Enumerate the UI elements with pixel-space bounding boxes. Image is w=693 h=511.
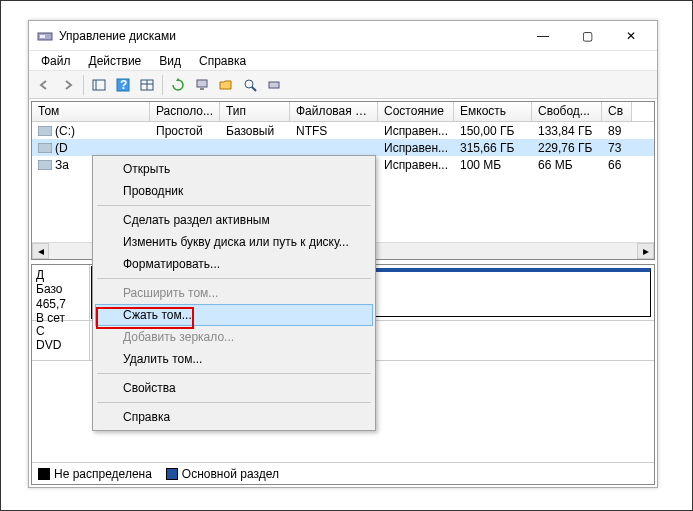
drive-icon	[38, 143, 52, 153]
menu-view[interactable]: Вид	[151, 52, 189, 70]
col-layout[interactable]: Располо...	[150, 102, 220, 121]
col-free[interactable]: Свобод...	[532, 102, 602, 121]
find-icon[interactable]	[239, 74, 261, 96]
svg-point-11	[245, 80, 253, 88]
computer-icon[interactable]	[191, 74, 213, 96]
disk-0-label: Д Базо 465,7 В сет	[32, 265, 90, 320]
cm-format[interactable]: Форматировать...	[95, 253, 373, 275]
dvd-label: C DVD	[32, 321, 90, 360]
svg-rect-2	[93, 80, 105, 90]
back-button[interactable]	[33, 74, 55, 96]
svg-text:?: ?	[120, 78, 127, 92]
app-icon	[37, 28, 53, 44]
toolbar: ?	[29, 71, 657, 99]
menu-help[interactable]: Справка	[191, 52, 254, 70]
legend: Не распределена Основной раздел	[32, 462, 654, 484]
minimize-button[interactable]: —	[521, 22, 565, 50]
svg-rect-9	[197, 80, 207, 87]
context-menu: Открыть Проводник Сделать раздел активны…	[92, 155, 376, 431]
cm-mirror: Добавить зеркало...	[95, 326, 373, 348]
cm-shrink[interactable]: Сжать том...	[95, 304, 373, 326]
col-status[interactable]: Состояние	[378, 102, 454, 121]
column-headers: Том Располо... Тип Файловая с... Состоян…	[32, 102, 654, 122]
scroll-left-icon[interactable]: ◂	[32, 243, 49, 259]
cm-extend: Расширить том...	[95, 282, 373, 304]
legend-primary-swatch	[166, 468, 178, 480]
col-fs[interactable]: Файловая с...	[290, 102, 378, 121]
scroll-right-icon[interactable]: ▸	[637, 243, 654, 259]
close-button[interactable]: ✕	[609, 22, 653, 50]
col-capacity[interactable]: Емкость	[454, 102, 532, 121]
col-type[interactable]: Тип	[220, 102, 290, 121]
cm-help[interactable]: Справка	[95, 406, 373, 428]
refresh-icon[interactable]	[167, 74, 189, 96]
col-volume[interactable]: Том	[32, 102, 150, 121]
cm-make-active[interactable]: Сделать раздел активным	[95, 209, 373, 231]
window-title: Управление дисками	[59, 29, 521, 43]
col-pct[interactable]: Св	[602, 102, 632, 121]
svg-rect-16	[38, 160, 52, 170]
maximize-button[interactable]: ▢	[565, 22, 609, 50]
titlebar: Управление дисками — ▢ ✕	[29, 21, 657, 51]
cm-delete[interactable]: Удалить том...	[95, 348, 373, 370]
svg-rect-13	[269, 82, 279, 88]
list-button[interactable]	[88, 74, 110, 96]
menubar: Файл Действие Вид Справка	[29, 51, 657, 71]
svg-rect-1	[40, 35, 45, 38]
svg-rect-15	[38, 143, 52, 153]
config-icon[interactable]	[263, 74, 285, 96]
menu-action[interactable]: Действие	[81, 52, 150, 70]
svg-line-12	[252, 87, 256, 91]
help-button[interactable]: ?	[112, 74, 134, 96]
forward-button[interactable]	[57, 74, 79, 96]
drive-icon	[38, 126, 52, 136]
menu-file[interactable]: Файл	[33, 52, 79, 70]
open-icon[interactable]	[215, 74, 237, 96]
svg-rect-14	[38, 126, 52, 136]
cm-properties[interactable]: Свойства	[95, 377, 373, 399]
legend-unallocated-swatch	[38, 468, 50, 480]
cm-explorer[interactable]: Проводник	[95, 180, 373, 202]
cm-open[interactable]: Открыть	[95, 158, 373, 180]
drive-icon	[38, 160, 52, 170]
volume-row[interactable]: (C:) Простой Базовый NTFS Исправен... 15…	[32, 122, 654, 139]
cm-change-letter[interactable]: Изменить букву диска или путь к диску...	[95, 231, 373, 253]
svg-rect-10	[200, 88, 204, 90]
volume-row-selected[interactable]: (D Исправен... 315,66 ГБ 229,76 ГБ 73	[32, 139, 654, 156]
grid-button[interactable]	[136, 74, 158, 96]
